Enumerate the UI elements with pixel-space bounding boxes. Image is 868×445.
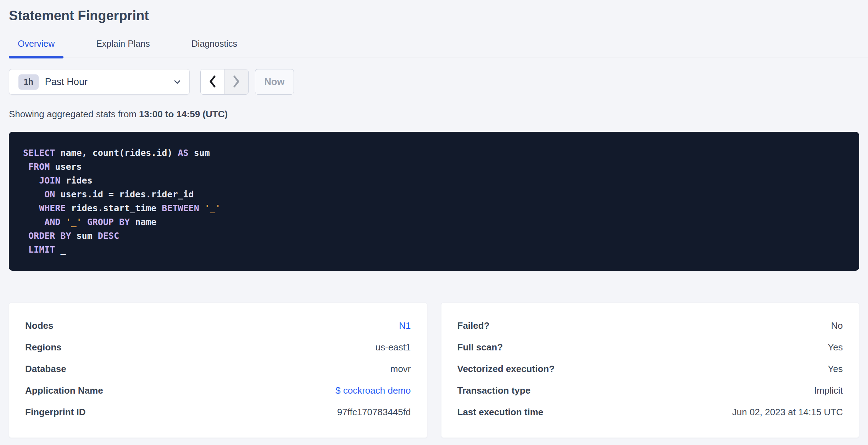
tab-diagnostics[interactable]: Diagnostics — [183, 38, 246, 57]
sql-token — [23, 244, 28, 255]
sql-token — [23, 231, 28, 241]
sql-token — [23, 175, 39, 186]
sql-line: SELECT name, count(rides.id) AS sum — [23, 146, 845, 160]
transaction-type-value: Implicit — [814, 385, 843, 396]
sql-token — [23, 203, 39, 213]
sql-token: SELECT — [23, 148, 55, 158]
sql-line: WHERE rides.start_time BETWEEN '_' — [23, 201, 845, 215]
time-interval-select[interactable]: 1h Past Hour — [9, 69, 190, 95]
full-scan-value: Yes — [828, 342, 843, 353]
last-execution-time-label: Last execution time — [457, 407, 544, 418]
sql-token: AS — [178, 148, 189, 158]
next-interval-button[interactable] — [224, 69, 248, 94]
sql-token: _ — [55, 244, 66, 255]
sql-line: ORDER BY sum DESC — [23, 229, 845, 243]
transaction-type-label: Transaction type — [457, 385, 531, 396]
sql-token — [60, 217, 66, 227]
table-row: Full scan?Yes — [457, 337, 843, 358]
execution-attributes-rows: Failed?NoFull scan?YesVectorized executi… — [457, 315, 843, 423]
sql-line: AND '_' GROUP BY name — [23, 215, 845, 229]
sql-token: DESC — [98, 231, 119, 241]
sql-token: users — [50, 162, 82, 172]
vectorized-execution-value: Yes — [828, 364, 843, 374]
tab-bar: OverviewExplain PlansDiagnostics — [9, 38, 868, 57]
prev-interval-button[interactable] — [201, 69, 224, 94]
sql-line: FROM users — [23, 160, 845, 174]
sql-token: sum — [71, 231, 98, 241]
interval-badge: 1h — [18, 74, 39, 90]
aggregated-stats-summary: Showing aggregated stats from 13:00 to 1… — [9, 109, 859, 119]
time-controls: 1h Past Hour — [9, 69, 859, 95]
nodes-value-link[interactable]: N1 — [399, 320, 411, 331]
fingerprint-id-label: Fingerprint ID — [25, 407, 85, 418]
sql-token: GROUP BY — [87, 217, 130, 227]
sql-token: FROM — [28, 162, 50, 172]
now-button[interactable]: Now — [255, 69, 294, 95]
table-row: Failed?No — [457, 315, 843, 337]
time-nav-group — [200, 69, 249, 95]
tab-explain-plans[interactable]: Explain Plans — [87, 38, 158, 57]
sql-token: sum — [189, 148, 210, 158]
table-row: Databasemovr — [25, 358, 411, 380]
statement-details-card: NodesN1Regionsus-east1DatabasemovrApplic… — [9, 303, 427, 438]
table-row: Vectorized execution?Yes — [457, 358, 843, 380]
sql-token — [23, 189, 44, 199]
page-title: Statement Fingerprint — [9, 8, 859, 23]
table-row: Last execution timeJun 02, 2023 at 14:15… — [457, 401, 843, 423]
failed-value: No — [831, 320, 843, 331]
table-row: Fingerprint ID97ffc170783445fd — [25, 401, 411, 423]
table-row: Application Name$ cockroach demo — [25, 380, 411, 401]
details-cards: NodesN1Regionsus-east1DatabasemovrApplic… — [9, 303, 859, 438]
sql-token — [23, 217, 44, 227]
table-row: NodesN1 — [25, 315, 411, 337]
sql-token: ORDER BY — [28, 231, 71, 241]
application-name-value-link[interactable]: $ cockroach demo — [335, 385, 411, 396]
stats-range: 13:00 to 14:59 (UTC) — [139, 109, 228, 119]
sql-token: WHERE — [39, 203, 66, 213]
statement-details-rows: NodesN1Regionsus-east1DatabasemovrApplic… — [25, 315, 411, 423]
sql-token: ON — [44, 189, 55, 199]
sql-token: BETWEEN — [162, 203, 199, 213]
nodes-label: Nodes — [25, 320, 53, 331]
regions-label: Regions — [25, 342, 62, 353]
sql-line: JOIN rides — [23, 174, 845, 187]
failed-label: Failed? — [457, 320, 490, 331]
sql-token — [23, 162, 28, 172]
regions-value: us-east1 — [375, 342, 411, 353]
sql-line: LIMIT _ — [23, 243, 845, 257]
database-label: Database — [25, 364, 66, 374]
application-name-label: Application Name — [25, 385, 103, 396]
sql-token: '_' — [66, 217, 82, 227]
sql-token: LIMIT — [28, 244, 55, 255]
chevron-right-icon — [233, 75, 240, 89]
vectorized-execution-label: Vectorized execution? — [457, 364, 555, 374]
interval-label: Past Hour — [45, 77, 173, 88]
statement-fingerprint-page: Statement Fingerprint OverviewExplain Pl… — [0, 0, 868, 438]
sql-token: name — [130, 217, 156, 227]
database-value: movr — [390, 364, 411, 374]
sql-token — [199, 203, 205, 213]
table-row: Transaction typeImplicit — [457, 380, 843, 401]
tab-overview[interactable]: Overview — [9, 38, 63, 57]
chevron-down-icon — [173, 78, 182, 86]
sql-statement-box: SELECT name, count(rides.id) AS sum FROM… — [9, 132, 859, 271]
sql-token: users.id = rides.rider_id — [55, 189, 194, 199]
sql-line: ON users.id = rides.rider_id — [23, 187, 845, 201]
sql-token: AND — [44, 217, 60, 227]
sql-token — [82, 217, 87, 227]
table-row: Regionsus-east1 — [25, 337, 411, 358]
last-execution-time-value: Jun 02, 2023 at 14:15 UTC — [732, 407, 843, 418]
chevron-left-icon — [208, 75, 216, 89]
sql-statement-code: SELECT name, count(rides.id) AS sum FROM… — [23, 146, 845, 257]
execution-attributes-card: Failed?NoFull scan?YesVectorized executi… — [441, 303, 859, 438]
stats-prefix: Showing aggregated stats from — [9, 109, 139, 119]
sql-token: rides — [60, 175, 92, 186]
sql-token: rides.start_time — [66, 203, 162, 213]
sql-token: name, count(rides.id) — [55, 148, 178, 158]
fingerprint-id-value: 97ffc170783445fd — [337, 407, 411, 418]
sql-token: '_' — [205, 203, 221, 213]
full-scan-label: Full scan? — [457, 342, 503, 353]
sql-token: JOIN — [39, 175, 60, 186]
